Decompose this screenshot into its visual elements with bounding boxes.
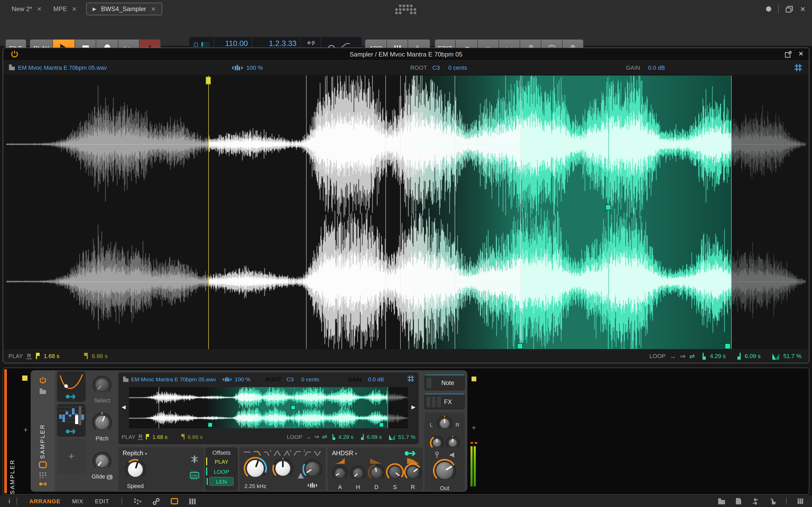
stretch-amount[interactable]: 100 % <box>235 376 251 382</box>
tempo-value[interactable]: 110.00 <box>218 39 248 48</box>
device-power-icon[interactable] <box>39 377 47 384</box>
loop-mode-pingpong-icon[interactable]: ⇌ <box>689 352 695 360</box>
crossfade-value[interactable]: 51.7 % <box>398 434 415 440</box>
ram-mode-icon[interactable]: RAM <box>189 470 200 480</box>
offset-play-row[interactable]: PLAY <box>209 457 234 466</box>
zoom-fit-icon[interactable] <box>407 375 414 382</box>
hold-knob[interactable] <box>350 465 366 483</box>
offset-loop-row[interactable]: LOOP <box>209 467 234 476</box>
loop-start-value[interactable]: 4.29 s <box>710 353 726 359</box>
sample-name[interactable]: EM Mvoc Mantra E 70bpm 05.wav <box>18 64 107 71</box>
play-start-value[interactable]: 1.68 s <box>44 353 59 359</box>
mixer-panel-toggle-icon[interactable] <box>189 498 196 505</box>
freeze-icon[interactable] <box>190 455 199 464</box>
stretch-icon[interactable] <box>232 64 243 71</box>
filter-highpass4-icon[interactable]: 4 <box>303 449 312 456</box>
glide-l-badge[interactable]: L <box>107 475 113 480</box>
fade-in-icon[interactable] <box>341 43 350 47</box>
fx-chain-tab[interactable]: FX <box>424 393 465 409</box>
play-start-value[interactable]: 1.68 s <box>153 434 167 440</box>
close-tab-icon[interactable]: ✕ <box>72 6 77 12</box>
close-tab-icon[interactable]: ✕ <box>37 6 42 12</box>
velocity-volume-knob[interactable] <box>446 436 460 452</box>
root-tune-value[interactable]: 0 cents <box>301 376 319 382</box>
decay-knob[interactable] <box>368 464 385 483</box>
onscreen-keyboard-icon[interactable] <box>796 498 805 505</box>
loop-mid-handle[interactable] <box>291 405 295 410</box>
scroll-left-icon[interactable]: ◀ <box>121 404 125 410</box>
loop-start-handle[interactable] <box>517 343 523 349</box>
resonance-knob[interactable] <box>272 458 293 481</box>
out-knob[interactable] <box>433 459 456 484</box>
close-tab-icon[interactable]: ✕ <box>151 6 156 12</box>
speed-knob[interactable] <box>125 459 146 482</box>
glide-knob[interactable] <box>93 452 111 473</box>
loop-mode-off-icon[interactable]: → <box>305 433 311 441</box>
inspector-file-icon[interactable] <box>735 498 742 505</box>
position-value[interactable]: 1.2.3.33 <box>256 39 297 48</box>
velocity-key-knob[interactable] <box>430 436 444 452</box>
restore-window-icon[interactable] <box>785 6 793 12</box>
envelope-mod-route-icon[interactable] <box>404 450 418 457</box>
view-tab-edit[interactable]: EDIT <box>95 498 109 504</box>
release-knob[interactable] <box>404 463 422 483</box>
filter-notch-icon[interactable] <box>313 449 322 456</box>
project-tab[interactable]: MPE ✕ <box>53 5 77 13</box>
sustain-knob[interactable] <box>386 463 404 483</box>
device-contents-icon[interactable] <box>39 461 47 468</box>
loop-mode-off-icon[interactable]: → <box>669 352 676 360</box>
loop-start-value[interactable]: 4.29 s <box>338 434 353 440</box>
loop-region-marker[interactable] <box>608 75 609 350</box>
play-end-value[interactable]: 6.86 s <box>188 434 203 440</box>
loop-end-value[interactable]: 6.09 s <box>745 353 761 359</box>
preset-browser-icon[interactable] <box>39 388 47 395</box>
device-panel-toggle-icon[interactable] <box>170 498 178 504</box>
remote-controls-icon[interactable] <box>39 471 47 478</box>
play-start-handle[interactable] <box>206 76 211 84</box>
track-name-vertical[interactable]: SAMPLER <box>9 368 15 494</box>
filter-lowpass4-icon[interactable]: 4 <box>263 449 272 456</box>
device-name-vertical[interactable]: SAMPLER <box>39 401 45 459</box>
dual-panel-icon[interactable] <box>134 498 141 505</box>
sample-name[interactable]: EM Mvoc Mantra E 70bpm 05.wav <box>131 376 216 382</box>
loop-mode-pingpong-icon[interactable]: ⇌ <box>322 433 327 441</box>
loop-mode-forward-icon[interactable]: ⇒ <box>314 433 319 441</box>
loop-start-handle[interactable] <box>207 422 212 427</box>
modulation-sources-icon[interactable] <box>39 481 48 487</box>
crossfade-value[interactable]: 51.7 % <box>783 353 802 359</box>
play-end-value[interactable]: 6.86 s <box>92 353 108 359</box>
filter-lowpass-icon[interactable] <box>253 449 262 456</box>
gain-value[interactable]: 0.0 dB <box>648 64 665 71</box>
view-tab-arrange[interactable]: ARRANGE <box>29 498 60 504</box>
scroll-right-icon[interactable]: ▶ <box>412 404 415 410</box>
pitch-knob[interactable] <box>92 412 112 435</box>
add-modulator-slot[interactable]: + <box>57 439 86 474</box>
project-tab[interactable]: New 2* ✕ <box>12 5 42 13</box>
decay-shape-icon[interactable] <box>369 457 383 464</box>
gain-value[interactable]: 0.0 dB <box>368 376 384 382</box>
filter-bandpass4-icon[interactable]: 4 <box>283 449 292 456</box>
filter-highpass-icon[interactable] <box>293 449 302 456</box>
add-device-left-icon[interactable]: + <box>23 425 28 434</box>
info-icon[interactable]: i <box>8 498 10 505</box>
envelope-modulator-slot[interactable] <box>57 371 86 402</box>
mod-route-icon[interactable] <box>65 393 78 400</box>
io-swap-icon[interactable] <box>751 498 760 505</box>
loop-end-line[interactable] <box>388 387 388 428</box>
loop-mode-forward-icon[interactable]: ⇒ <box>680 352 686 360</box>
close-window-icon[interactable]: ✕ <box>800 5 806 13</box>
filter-bandpass-icon[interactable] <box>273 449 282 456</box>
punch-in-icon[interactable] <box>306 41 315 48</box>
play-start-flag-icon[interactable] <box>146 434 150 440</box>
mod-route-icon[interactable] <box>65 428 78 435</box>
view-tab-mix[interactable]: MIX <box>72 498 83 504</box>
zoom-fit-icon[interactable] <box>794 63 803 72</box>
add-device-right-icon[interactable]: + <box>471 423 476 432</box>
attack-shape-icon[interactable] <box>332 457 346 464</box>
stretch-amount[interactable]: 100 % <box>246 64 263 71</box>
project-tab-active[interactable]: ▶ BWS4_Sampler ✕ <box>86 3 162 15</box>
loop-end-handle[interactable] <box>379 422 384 427</box>
raw-mode-icon[interactable]: R <box>27 353 32 359</box>
filter-off-icon[interactable] <box>243 449 252 456</box>
follow-link-icon[interactable] <box>152 497 160 505</box>
